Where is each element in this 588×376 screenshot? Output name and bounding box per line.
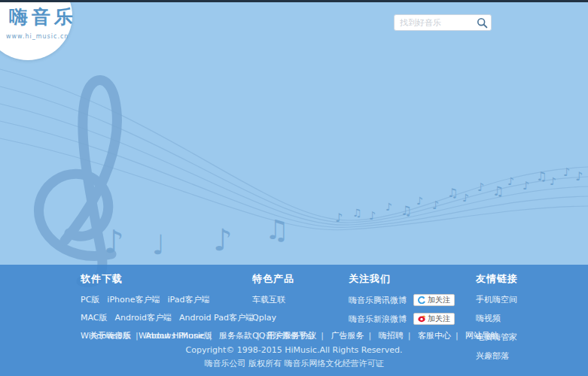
sina-weibo-icon: [418, 315, 425, 323]
music-note-icon: ♫: [401, 203, 412, 218]
download-link-pc[interactable]: PC版: [81, 294, 99, 305]
footer-column-follow: 关注我们 嗨音乐腾讯微博 加关注 嗨音乐新浪微博: [349, 272, 455, 332]
friend-link-video[interactable]: 嗨视频: [476, 313, 518, 324]
music-note-icon: ♪: [477, 180, 485, 194]
music-note-icon: ♪: [385, 201, 392, 213]
nav-link-sitemap[interactable]: 网站导航: [465, 331, 498, 341]
music-note-icon: ♪: [213, 223, 233, 257]
music-note-icon: ♪: [575, 169, 583, 183]
follow-label-sina: 嗨音乐新浪微博: [349, 314, 407, 325]
column-title-downloads: 软件下载: [81, 272, 254, 286]
download-row: PC版 iPhone客户端 iPad客户端: [81, 294, 254, 305]
music-note-icon: ♪: [550, 175, 556, 187]
download-link-mac[interactable]: MAC版: [81, 312, 108, 323]
friend-link-mobile-space[interactable]: 手机嗨空间: [476, 294, 518, 305]
search-input[interactable]: [395, 18, 473, 28]
search-button[interactable]: [473, 15, 491, 30]
nav-separator: |: [321, 331, 324, 341]
nav-link-about-en[interactable]: About HiMusic: [145, 331, 205, 341]
nav-link-jobs[interactable]: 嗨招聘: [379, 331, 404, 341]
follow-entry-tencent: 嗨音乐腾讯微博 加关注: [349, 294, 455, 306]
column-title-follow: 关注我们: [349, 272, 455, 286]
music-note-icon: ♫: [352, 207, 362, 219]
follow-button-sina[interactable]: 加关注: [413, 313, 455, 325]
nav-separator: |: [257, 331, 260, 341]
music-note-icon: ♪: [507, 175, 514, 187]
download-link-android[interactable]: Android客户端: [115, 312, 172, 323]
staff-lines: [0, 69, 588, 230]
music-note-icon: ♪: [335, 211, 343, 225]
music-note-icon: ♫: [492, 183, 504, 199]
download-link-ipad[interactable]: iPad客户端: [167, 294, 209, 305]
column-title-products: 特色产品: [252, 272, 315, 286]
footer-nav: 关于嗨音乐| About HiMusic| 服务条款| 用户服务协议| 广告服务…: [0, 331, 588, 341]
nav-separator: |: [209, 331, 212, 341]
music-note-icon: ♪: [432, 199, 440, 212]
follow-button-label: 加关注: [428, 314, 450, 323]
large-note-icons: ♪ ♩ ♪ ♫: [104, 214, 289, 260]
product-link-car[interactable]: 车载互联: [252, 294, 315, 305]
search-box: [394, 14, 492, 31]
nav-link-about[interactable]: 关于嗨音乐: [90, 331, 131, 341]
tencent-weibo-icon: [418, 296, 425, 304]
music-note-icon: ♩: [152, 229, 165, 260]
follow-label-tencent: 嗨音乐腾讯微博: [349, 295, 407, 306]
music-note-icon: ♫: [536, 169, 547, 183]
wave-note-icons: ♪ ♫ ♪ ♪ ♫ ♪ ♪ ♫ ♪ ♪ ♫ ♪ ♪ ♫ ♪ ♪ ♪: [335, 165, 583, 225]
download-link-iphone[interactable]: iPhone客户端: [107, 294, 160, 305]
nav-separator: |: [368, 331, 371, 341]
logo-url: www.hi_music.cn: [6, 33, 69, 40]
footer: 软件下载 PC版 iPhone客户端 iPad客户端 MAC版 Android客…: [0, 265, 588, 376]
column-title-links: 友情链接: [476, 272, 518, 286]
music-note-icon: ♪: [416, 195, 423, 207]
music-note-icon: ♪: [522, 179, 530, 193]
top-accent-bar: [0, 0, 588, 2]
music-note-icon: ♪: [563, 165, 571, 179]
nav-separator: |: [136, 331, 139, 341]
nav-separator: |: [408, 331, 411, 341]
music-note-icon: ♪: [462, 192, 469, 204]
download-link-android-pad[interactable]: Android Pad客户端: [179, 312, 254, 323]
follow-button-label: 加关注: [428, 296, 450, 305]
music-note-icon: ♪: [104, 223, 124, 260]
logo[interactable]: 嗨音乐 www.hi_music.cn: [0, 0, 72, 60]
footer-bottom: 关于嗨音乐| About HiMusic| 服务条款| 用户服务协议| 广告服务…: [0, 331, 588, 369]
license-line: 嗨音乐公司 版权所有 嗨音乐网络文化经营许可证: [0, 358, 588, 369]
nav-link-user-agreement[interactable]: 用户服务协议: [267, 331, 316, 341]
download-row: MAC版 Android客户端 Android Pad客户端: [81, 312, 254, 323]
music-note-icon: ♪: [369, 209, 376, 223]
page: ♪ ♩ ♪ ♫ ♪ ♫ ♪ ♪ ♫ ♪ ♪ ♫ ♪ ♪ ♫ ♪ ♪ ♫ ♪ ♪ …: [0, 0, 588, 376]
music-note-icon: ♫: [447, 186, 458, 200]
nav-separator: |: [455, 331, 459, 341]
nav-link-support[interactable]: 客服中心: [418, 331, 451, 341]
search-icon: [477, 17, 488, 29]
nav-link-ads[interactable]: 广告服务: [331, 331, 364, 341]
music-note-icon: ♫: [265, 214, 289, 245]
copyright-line: Copyright© 1998-2015 HiMusic.All Rights …: [0, 345, 588, 355]
product-link-qplay[interactable]: Qplay: [252, 313, 315, 323]
logo-title: 嗨音乐: [9, 5, 77, 29]
nav-link-terms[interactable]: 服务条款: [219, 331, 252, 341]
treble-clef-icon: [38, 80, 117, 282]
follow-entry-sina: 嗨音乐新浪微博 加关注: [349, 313, 455, 325]
follow-button-tencent[interactable]: 加关注: [413, 294, 455, 306]
